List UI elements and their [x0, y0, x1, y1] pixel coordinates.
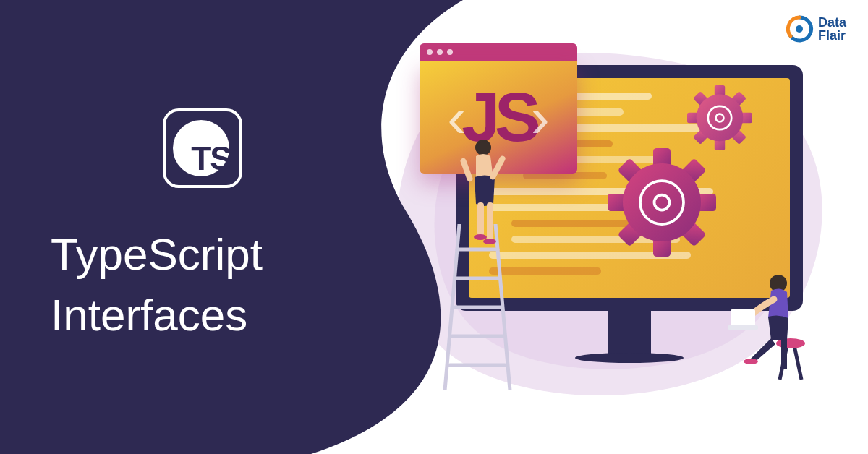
page-title: TypeScript Interfaces	[29, 224, 376, 345]
brand-name-line2: Flair	[818, 29, 846, 42]
person-seated	[709, 267, 825, 383]
window-control-icon	[447, 49, 453, 55]
gear-small-icon	[687, 85, 752, 150]
svg-point-43	[796, 25, 803, 33]
brand-name-line1: Data	[818, 16, 846, 29]
brand-logo: Data Flair	[785, 14, 846, 43]
svg-point-19	[697, 95, 744, 142]
svg-rect-41	[731, 309, 755, 327]
svg-point-38	[776, 338, 805, 348]
svg-rect-30	[477, 202, 484, 236]
gear-large-icon	[608, 148, 716, 257]
monitor-base	[575, 353, 684, 363]
brand-mark-icon	[785, 14, 814, 43]
window-control-icon	[427, 49, 433, 55]
svg-rect-34	[460, 158, 474, 183]
typescript-logo-icon: TS	[163, 108, 242, 188]
svg-point-40	[744, 359, 758, 364]
typescript-logo-text: TS	[191, 139, 231, 178]
js-window-titlebar	[420, 43, 577, 61]
monitor-stand	[608, 309, 651, 354]
svg-rect-31	[487, 202, 493, 240]
title-line-2: Interfaces	[51, 290, 247, 340]
window-control-icon	[437, 49, 443, 55]
person-standing	[460, 137, 511, 253]
svg-line-37	[794, 346, 801, 380]
svg-point-32	[474, 234, 487, 240]
angle-right-icon: ›	[531, 85, 550, 150]
svg-rect-42	[728, 325, 758, 330]
hero-content: TS TypeScript Interfaces	[0, 0, 376, 454]
svg-point-33	[483, 239, 496, 244]
brand-text: Data Flair	[818, 16, 846, 42]
hero-illustration: ‹ JS ›	[391, 0, 868, 454]
title-line-1: TypeScript	[51, 229, 263, 279]
svg-point-8	[623, 163, 701, 241]
